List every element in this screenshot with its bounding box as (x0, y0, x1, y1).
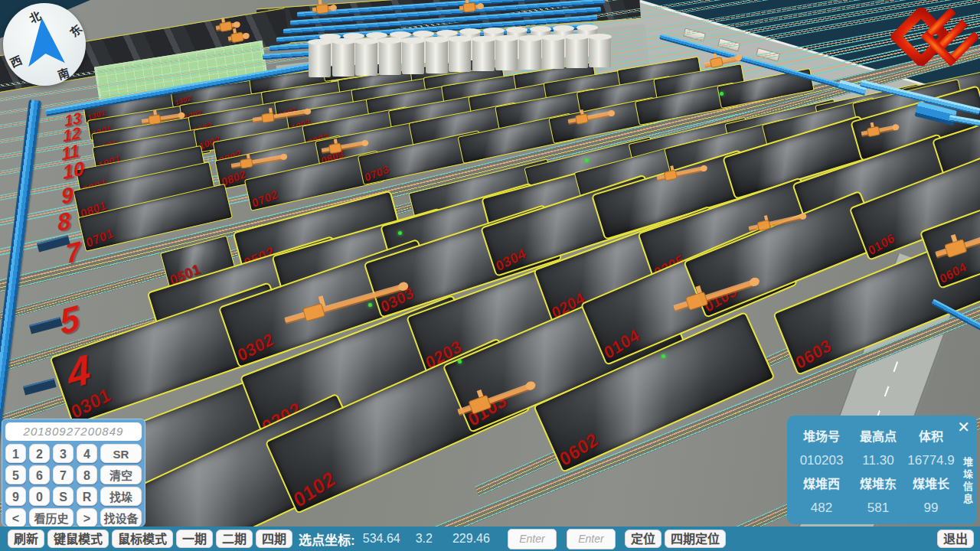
pad-label: 0702 (250, 188, 279, 209)
info-value: 16774.9 (905, 448, 957, 472)
keypad-button[interactable]: 5 (5, 465, 26, 484)
info-header: 堆场号 (792, 425, 851, 448)
close-icon[interactable]: ✕ (957, 418, 970, 436)
silo (519, 38, 541, 70)
toolbar-button[interactable]: 鼠标模式 (112, 530, 173, 548)
keypad-button[interactable]: 7 (53, 465, 74, 484)
keypad-button[interactable]: 4 (77, 444, 97, 463)
keypad-button[interactable]: > (77, 508, 97, 527)
keypad-row: 90SR找垛 (5, 487, 142, 506)
keypad-button[interactable]: 找垛 (100, 487, 142, 506)
pile-info-grid: 堆场号最高点体积01020311.3016774.9煤堆西煤堆东煤堆长48258… (792, 425, 957, 520)
info-row: 01020311.3016774.9 (792, 448, 957, 472)
keypad-button[interactable]: 看历史 (29, 508, 74, 527)
keypad-button[interactable]: 2 (29, 444, 50, 463)
company-logo (891, 8, 978, 66)
machine-body (148, 114, 162, 125)
info-header: 煤堆东 (851, 472, 905, 496)
pad-label: 0102 (290, 468, 338, 510)
keypad-button[interactable]: 3 (53, 444, 74, 463)
toolbar-button[interactable]: 键鼠模式 (47, 530, 109, 548)
keypad-button[interactable]: 8 (77, 465, 97, 484)
keypad-button[interactable]: 6 (29, 465, 50, 484)
machine-body (261, 112, 275, 123)
status-dot (398, 231, 402, 235)
info-value: 11.30 (851, 448, 905, 472)
info-value: 482 (792, 496, 851, 520)
info-row: 煤堆西煤堆东煤堆长 (792, 472, 957, 496)
toolbar-button[interactable]: 刷新 (8, 530, 44, 548)
silo (472, 39, 495, 72)
enter-input-2[interactable] (567, 529, 616, 549)
toolbar-left-buttons: 刷新键鼠模式鼠标模式一期二期四期 (8, 530, 296, 548)
keypad-button[interactable]: 找设备 (100, 508, 142, 527)
keypad-row: 1234SR (5, 444, 142, 463)
pipe-support (29, 317, 63, 334)
keypad-button[interactable]: < (5, 508, 26, 527)
compass[interactable]: 北 东 西 南 (3, 3, 86, 86)
keypad-row: <看历史>找设备 (5, 508, 142, 527)
info-row: 堆场号最高点体积 (792, 425, 957, 448)
silo (495, 38, 518, 70)
silo (309, 42, 331, 77)
pile-info-panel: ✕ 堆场号最高点体积01020311.3016774.9煤堆西煤堆东煤堆长482… (787, 416, 977, 524)
coord-y: 3.2 (416, 532, 433, 546)
status-dot (368, 303, 372, 307)
coord-z: 229.46 (452, 532, 490, 546)
keypad-button[interactable]: SR (100, 444, 142, 463)
keypad-button[interactable]: 9 (5, 487, 26, 506)
bottom-toolbar: 刷新键鼠模式鼠标模式一期二期四期 选点坐标: 534.64 3.2 229.46… (0, 527, 980, 551)
silo (379, 41, 401, 75)
info-row: 48258199 (792, 496, 957, 520)
timestamp-display[interactable]: 20180927200849 (5, 422, 142, 441)
silo (589, 37, 611, 67)
info-header: 体积 (905, 425, 957, 448)
toolbar-button[interactable]: 四期 (256, 530, 292, 548)
status-dot (662, 354, 665, 358)
keypad-grid: 1234SR5678清空90SR找垛<看历史>找设备 (5, 444, 142, 527)
keypad-button[interactable]: 1 (5, 444, 26, 463)
row-number: 10 (62, 158, 84, 182)
machine-body (462, 2, 475, 13)
silo (332, 41, 354, 77)
phase4-locate-button[interactable]: 四期定位 (665, 530, 726, 548)
pad-label: 0106 (867, 232, 897, 257)
toolbar-button[interactable]: 二期 (216, 530, 253, 548)
silo (542, 37, 564, 69)
row-number: 8 (57, 208, 72, 235)
silo (449, 39, 471, 72)
silo (426, 40, 448, 73)
status-dot (720, 92, 724, 96)
enter-input-1[interactable] (508, 529, 557, 549)
keypad-panel: 20180927200849 1234SR5678清空90SR找垛<看历史>找设… (2, 419, 145, 527)
silo (355, 41, 377, 76)
row-number: 9 (60, 184, 74, 208)
info-value: 010203 (792, 448, 851, 472)
pad-label: 0703 (364, 164, 390, 183)
coord-x: 534.64 (363, 532, 400, 546)
coord-label: 选点坐标: (299, 530, 355, 549)
keypad-button[interactable]: 0 (29, 487, 50, 506)
status-dot (585, 158, 589, 162)
keypad-button[interactable]: S (53, 487, 74, 506)
pad-label: 0302 (235, 331, 276, 364)
info-header: 最高点 (851, 425, 905, 448)
info-value: 99 (905, 496, 957, 520)
keypad-row: 5678清空 (5, 465, 142, 484)
toolbar-button[interactable]: 一期 (176, 530, 213, 548)
info-header: 煤堆长 (905, 472, 957, 496)
pad-label: 0701 (85, 227, 115, 250)
machine-body (315, 4, 328, 15)
row-number: 5 (58, 300, 81, 341)
info-header: 煤堆西 (792, 472, 851, 496)
pile-info-side-label: 堆垛信息 (960, 457, 975, 506)
pipe-support (23, 378, 57, 395)
info-value: 581 (851, 496, 905, 520)
status-dot (458, 360, 462, 364)
silo (566, 37, 588, 68)
locate-button[interactable]: 定位 (625, 530, 662, 548)
silo (402, 41, 424, 74)
keypad-button[interactable]: 清空 (100, 465, 142, 484)
keypad-button[interactable]: R (77, 487, 97, 506)
exit-button[interactable]: 退出 (937, 530, 974, 548)
